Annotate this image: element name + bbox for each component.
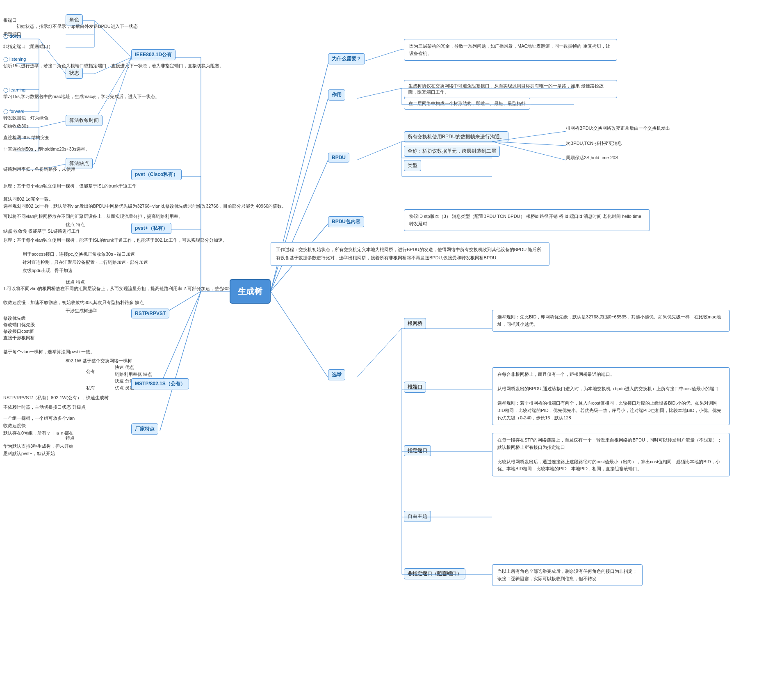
- rstp-desc: 基于每个vlan一棵树，选举算法同pvst+一致。: [3, 349, 95, 355]
- states-box: 状态: [66, 68, 83, 79]
- conv-30s-direct: 直连检测 30s 结构突变: [3, 135, 49, 141]
- bpdu-content-desc: 协议ID stp版本（3） 消息类型（配置BPDU TCN BPDU） 根桥id…: [404, 209, 650, 231]
- conv-30s: 初始收敛30s: [3, 123, 29, 129]
- vendor-node: 厂家特点: [131, 423, 158, 435]
- svg-line-29: [492, 142, 566, 160]
- svg-line-17: [357, 88, 402, 98]
- ieee8021d-box: IEEE802.1D公有: [131, 49, 175, 60]
- root-port-desc: 在每台非根网桥上，而且仅有一个，距根网桥最近的端口。 从根网桥发出的BPDU,通…: [492, 367, 730, 425]
- state-down-desc: 初始状态，指示灯不显示，up后向外发送BPDU进入下一状态: [16, 23, 138, 30]
- rstp-private: 私有: [86, 385, 95, 391]
- rstp-box: RSTP/RPVST: [131, 309, 169, 318]
- work-process-box: 工作过程：交换机初始状态，所有交换机定义本地为根网桥，进行BPDU的发送，使得网…: [271, 242, 549, 266]
- svg-line-2: [271, 160, 328, 291]
- mstp-box: MSTP/802.1S（公有）: [131, 378, 189, 389]
- role-desc1: 生成树协议在交换网络中可避免阻塞接口，从而实现源到目标拥有唯一的一条路，如果 最…: [404, 80, 617, 98]
- rstp-public-cons: 链路利用率低 缺点: [115, 371, 152, 378]
- state-listening-desc: 侦听15s,进行选举，若接口角色为根端口或指定端口，直接进入下一状态，若为非指定…: [3, 63, 102, 69]
- mstp-features-label: 特点: [66, 435, 75, 441]
- bpdu-fullname: 全称：桥协议数据单元，跨层封装到二层: [404, 146, 500, 157]
- pvst-node: pvst（Cisco私有）: [131, 169, 182, 180]
- svg-line-30: [357, 328, 402, 378]
- bpdu-node: BPDU: [328, 153, 349, 162]
- designated-port-label: 指定端口: [404, 445, 431, 456]
- svg-line-58: [39, 121, 66, 127]
- designated-port-desc: 在每一段存在STP的网络链路上，而且仅有一个；转发来自根网络的BPDU，同时可以…: [492, 433, 730, 476]
- pvst-desc2: 算法同802.1d完全一致。: [3, 196, 53, 202]
- mstp-desc2: 收敛速度快: [3, 423, 26, 429]
- role-non-designated: 非指定端口（阻塞端口）: [3, 43, 53, 50]
- rstp-label2: RSTP/RPVST/（私有）802.1W(公有），快速生成树: [3, 395, 109, 401]
- svg-line-21: [357, 142, 402, 160]
- pvst-plus-portfast: 用于access接口，连接pc,交换机正常收敛30s - 端口加速: [23, 251, 135, 257]
- pvst-plus-interference-label: 干涉生成树选举: [66, 308, 97, 314]
- why-desc: 因为三层架构的冗余，导致一系列问题，如广播风暴，MAC地址表翻滚，同一数据帧的 …: [404, 39, 617, 61]
- pvst-interference-1: 修改优先级: [3, 315, 26, 321]
- free-topic-label: 自由主题: [404, 511, 431, 522]
- state-listening-name: ◯ listening: [3, 57, 26, 62]
- mstp-desc1: 一个组一棵树，一个组可放多个vlan: [3, 415, 75, 421]
- pvst-plus-node: pvst+（私有）: [131, 223, 171, 234]
- mindmap-container: 生成树 为什么需要？ 因为三层架构的冗余，导致一系列问题，如广播风暴，MAC地址…: [0, 0, 784, 675]
- non-designated-label: 非指定端口（阻塞端口）: [404, 568, 465, 579]
- pvst-cons: 缺点 收敛慢 仅能基于ISL链路进行工作: [3, 228, 80, 234]
- vendor-huawei: 华为默认支持3种生成树，但未开始: [3, 443, 73, 449]
- bpdu-box: BPDU: [328, 153, 349, 162]
- rstp-public-fast: 快速 优点: [115, 364, 134, 371]
- center-node: 生成树: [230, 279, 271, 304]
- pvst-plus-backbonefast: 次级bpdu出现 - 骨干加速: [23, 268, 73, 274]
- pvst-pros-label: 优点 特点: [66, 222, 85, 228]
- state-forward-name: ◯ forward: [3, 109, 25, 114]
- rstp-802w: 802.1W 基于整个交换网络一棵树: [66, 358, 132, 364]
- why-node: 为什么需要？: [328, 53, 365, 64]
- connection-lines: [0, 0, 784, 675]
- role-desc2: 在二层网络中构成一个树形结构，即唯一、最短、最型拓扑: [404, 98, 530, 110]
- bpdu-type-time: 周期保活2S,hold time 20S: [566, 155, 618, 161]
- state-learning-name: ◯ learning: [3, 87, 25, 93]
- pvst-box: pvst（Cisco私有）: [131, 169, 182, 180]
- states-node: 状态: [66, 68, 83, 79]
- svg-line-13: [160, 291, 201, 386]
- bpdu-all-use: 所有交换机使用BPDU的数据帧来进行沟通。: [404, 131, 508, 142]
- role-node: 作用: [328, 89, 345, 101]
- conv-50s: 非直连检测50s，即holdtime20s+30s选举。: [3, 146, 90, 152]
- rstp-public: 公有: [86, 368, 95, 375]
- bpdu-type-tcn: 次BPDU,TCN-拓扑变更消息: [566, 140, 622, 146]
- pvst-desc3: 选举规划同802.1d一样，默认所有vlan发出的BPDU中网桥优先级为3276…: [3, 203, 151, 209]
- root-bridge-desc: 选举规则：先比BID，即网桥优先级，默认是32768,范围0~65535，其越小…: [492, 310, 730, 332]
- mstp-node: MSTP/802.1S（公有）: [131, 378, 189, 389]
- election-node: 选举: [328, 369, 345, 380]
- pvst-plus-pros: 1.可以将不同vlan的根网桥放在不同的汇聚层设备上，从而实现流量分担，提高链路…: [3, 286, 155, 292]
- pvst-interference-3: 修改接口cost值: [3, 328, 34, 334]
- pvst-plus-desc1: 原理：基于每个vlan独立使用一棵树，能基于ISL的trunk干道工作，也能基于…: [3, 237, 155, 243]
- vendor-box: 厂家特点: [131, 423, 158, 435]
- why-box: 为什么需要？: [328, 53, 365, 64]
- pvst-interference-2: 修改端口优先级: [3, 322, 35, 328]
- state-learning-desc: 学习15s,学习数据包中的mac地址，生成mac表，学习完成后，进入下一状态。: [3, 94, 102, 100]
- bpdu-type: 类型: [404, 160, 421, 171]
- pvst-plus-pros-label: 优点 特点: [66, 279, 85, 285]
- pvst-interference-4: 直接干涉根网桥: [3, 335, 35, 341]
- svg-line-4: [271, 291, 328, 378]
- rstp-node: RSTP/RPVST: [131, 309, 169, 318]
- vendor-cisco: 思科默认pvst+，默认开始: [3, 451, 55, 457]
- election-box: 选举: [328, 369, 345, 380]
- root-bridge-label: 根网桥: [404, 318, 426, 329]
- role-box: 作用: [328, 89, 345, 101]
- convergence-box: 算法收敛时间: [66, 115, 103, 126]
- pvst-plus-uplinkfast: 针对直连检测，只在汇聚层设备配置 - 上行链路加速 - 部分加速: [23, 259, 148, 265]
- pvst-plus-cons: 收敛速度慢，加速不够彻底，初始收敛约30s,其次只有型拓朴路多 缺点: [3, 300, 144, 306]
- pvst-plus-box: pvst+（私有）: [131, 223, 171, 234]
- svg-line-64: [94, 57, 131, 164]
- non-designated-desc: 当以上所有角色全部选举完成后，剩余没有任何角色的接口为非指定；该接口逻辑阻塞，实…: [492, 564, 643, 586]
- pvst-desc4: 可以将不同vlan的根网桥放在不同的汇聚层设备上，从而实现流量分担，提高链路利用…: [3, 213, 151, 220]
- pvst-desc1: 原理：基于每个vlan独立使用一棵树，仅能基于ISL的trunk干道工作: [3, 183, 126, 189]
- bpdu-type-root: 根网桥BPDU:交换网络改变正常后由一个交换机发出: [566, 125, 670, 131]
- convergence-node: 算法收敛时间: [66, 115, 103, 126]
- state-forward-desc: 转发数据包，灯为绿色: [3, 115, 48, 121]
- state-down-name: ◯ down: [3, 34, 21, 39]
- ieee8021d-node: IEEE802.1D公有: [131, 49, 175, 60]
- root-port-label: 根端口: [404, 382, 426, 393]
- bpdu-content-node: BPDU包内容: [328, 216, 364, 227]
- role-root-port: 根端口: [3, 17, 17, 23]
